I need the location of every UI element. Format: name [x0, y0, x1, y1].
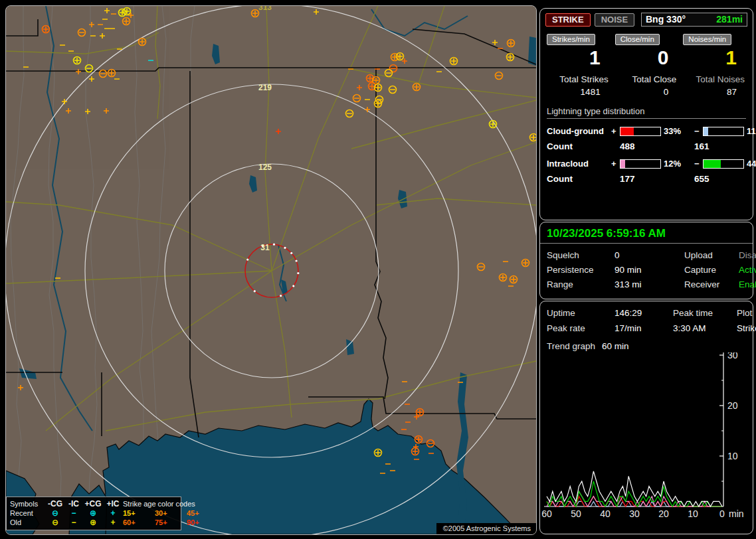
svg-text:20: 20 — [727, 400, 738, 411]
legend-col-pic: +IC — [103, 499, 123, 508]
plot-value: Strike — [737, 323, 756, 333]
legend-col-pcg: +CG — [83, 499, 103, 508]
svg-text:219: 219 — [258, 83, 272, 92]
age-30: 30+ — [155, 508, 187, 518]
range-label: Range — [547, 279, 614, 289]
ic-negative-bar — [703, 159, 744, 169]
minus-sign: − — [694, 159, 703, 169]
cg-count-row: Count 488 161 — [547, 141, 746, 151]
svg-text:50: 50 — [571, 508, 581, 518]
svg-text:0: 0 — [719, 508, 725, 518]
count-label: Count — [547, 141, 611, 151]
total-close-value: 0 — [615, 87, 678, 97]
svg-text:30: 30 — [727, 352, 738, 360]
bearing-readout: Bng 330° 281mi — [641, 13, 747, 27]
plus-sign: + — [611, 159, 620, 169]
upload-value: Disabled — [739, 250, 756, 260]
trend-graph-value[interactable]: 60 min — [602, 341, 629, 351]
count-label: Count — [547, 174, 611, 184]
trend-graph-label: Trend graph — [547, 341, 595, 351]
svg-text:min: min — [729, 508, 744, 518]
svg-text:20: 20 — [658, 508, 669, 518]
old-ic-minus-icon: − — [64, 518, 83, 527]
plot-label: Plot — [737, 308, 756, 318]
ic-negative-count: 655 — [694, 174, 756, 184]
total-strikes-label: Total Strikes — [547, 74, 610, 84]
legend-col-ncg: -CG — [46, 499, 64, 508]
legend-col-nic: -IC — [64, 499, 83, 508]
old-cg-minus-icon: ⊖ — [46, 518, 64, 527]
recent-cg-minus-icon: ⊖ — [46, 508, 64, 518]
strikes-per-min-chip[interactable]: Strikes/min — [547, 34, 595, 45]
cloud-ground-label: Cloud-ground — [547, 126, 611, 136]
cg-positive-bar — [620, 127, 661, 136]
trend-graph: 1020306050403020100min — [540, 352, 751, 518]
cg-negative-pct: 11% — [747, 126, 756, 136]
legend-symbols-header: Symbols — [10, 499, 46, 508]
age-45: 45+ — [187, 508, 216, 518]
svg-text:40: 40 — [600, 508, 611, 518]
plus-sign: + — [611, 126, 620, 136]
total-strikes-value: 1481 — [547, 87, 610, 97]
datetime-display: 10/23/2025 6:59:16 AM — [540, 222, 753, 244]
copyright-notice: ©2005 Astrogenic Systems — [436, 523, 536, 534]
peak-rate-label: Peak rate — [547, 323, 614, 333]
noise-button[interactable]: NOISE — [595, 13, 634, 27]
ic-positive-count: 177 — [620, 174, 694, 184]
peak-time-value: 3:30 AM — [673, 323, 737, 333]
intracloud-label: Intracloud — [547, 159, 611, 169]
persistence-value: 90 min — [614, 265, 684, 275]
svg-text:313: 313 — [258, 6, 272, 12]
ic-negative-pct: 44% — [747, 159, 756, 169]
distribution-title: Lightning type distribution — [547, 106, 746, 119]
old-ic-plus-icon: + — [103, 518, 123, 527]
svg-text:60: 60 — [541, 508, 552, 518]
recent-ic-plus-icon: + — [103, 508, 123, 518]
recent-ic-minus-icon: − — [64, 508, 83, 518]
map-canvas[interactable]: 31321912531 — [6, 6, 536, 534]
app-root: { "header": { "strike_label": "STRIKE", … — [0, 0, 756, 539]
age-15: 15+ — [123, 508, 155, 518]
ic-positive-bar — [620, 159, 661, 169]
panel-status: 10/23/2025 6:59:16 AM Squelch 0 Upload D… — [539, 222, 753, 299]
old-cg-plus-icon: ⊕ — [83, 518, 103, 527]
ic-count-row: Count 177 655 — [547, 174, 746, 184]
receiver-value: Enabled — [739, 279, 756, 289]
map-legend: Symbols -CG -IC +CG +IC Strike age color… — [6, 497, 181, 530]
total-close-label: Total Close — [615, 74, 678, 84]
recent-cg-plus-icon: ⊕ — [83, 508, 103, 518]
receiver-label: Receiver — [684, 279, 739, 289]
stat-col-close: Close/min 0 Total Close 0 — [615, 33, 678, 97]
cg-negative-count: 161 — [694, 141, 756, 151]
minus-sign: − — [694, 126, 703, 136]
close-per-min-chip[interactable]: Close/min — [615, 34, 660, 45]
age-60: 60+ — [123, 518, 155, 527]
capture-label: Capture — [684, 265, 739, 275]
cg-negative-bar — [703, 127, 744, 136]
strike-button[interactable]: STRIKE — [545, 13, 591, 27]
stat-col-strikes: Strikes/min 1 Total Strikes 1481 — [547, 33, 610, 97]
panel-strike-stats: STRIKE NOISE Bng 330° 281mi Strikes/min … — [539, 8, 753, 220]
capture-value: Active — [739, 265, 756, 275]
svg-text:10: 10 — [688, 508, 698, 518]
range-value: 313 mi — [614, 279, 684, 289]
svg-text:10: 10 — [727, 451, 738, 461]
distribution-row-cloud-ground: Cloud-ground + 33% − 11% — [547, 126, 746, 136]
noises-per-min-chip[interactable]: Noises/min — [683, 34, 731, 45]
svg-text:125: 125 — [258, 163, 272, 172]
persistence-label: Persistence — [547, 265, 614, 275]
ic-positive-pct: 12% — [664, 159, 694, 169]
lightning-map[interactable]: 31321912531 Symbols -CG -IC +CG +IC Stri… — [5, 5, 537, 535]
uptime-label: Uptime — [547, 308, 614, 318]
distribution-row-intracloud: Intracloud + 12% − 44% — [547, 159, 746, 169]
svg-text:31: 31 — [260, 243, 270, 252]
close-per-min-value: 0 — [615, 45, 678, 70]
squelch-value: 0 — [614, 250, 684, 260]
cg-positive-count: 488 — [620, 141, 694, 151]
uptime-value: 146:29 — [614, 308, 673, 318]
legend-age-header: Strike age color codes — [123, 499, 216, 508]
legend-recent-label: Recent — [10, 508, 46, 518]
peak-rate-value: 17/min — [614, 323, 673, 333]
panel-session-trend: Uptime 146:29 Peak time Plot Peak rate 1… — [539, 301, 753, 534]
upload-label: Upload — [684, 250, 739, 260]
